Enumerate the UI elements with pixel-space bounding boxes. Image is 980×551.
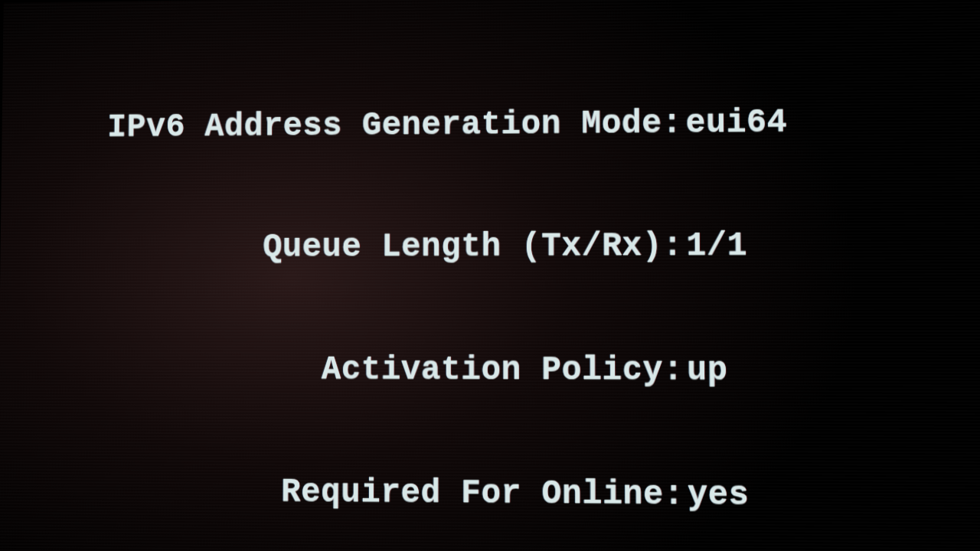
field-value: 1/1 — [686, 224, 980, 267]
field-row: IPv6 Address Generation Mode: eui64 — [39, 99, 980, 148]
colon: : — [662, 226, 686, 267]
colon: : — [664, 474, 688, 516]
terminal-output: IPv6 Address Generation Mode: eui64 Queu… — [18, 0, 980, 551]
field-label: Queue Length (Tx/Rx) — [38, 226, 662, 269]
field-value: up — [687, 350, 980, 392]
field-value: yes — [688, 474, 980, 519]
field-row: Required For Online: yes — [35, 471, 980, 519]
field-label: Required For Online — [35, 471, 664, 516]
field-row: Activation Policy: up — [37, 349, 980, 392]
field-row: Queue Length (Tx/Rx): 1/1 — [38, 224, 980, 268]
colon: : — [663, 350, 687, 391]
colon: : — [662, 103, 686, 144]
field-label: IPv6 Address Generation Mode — [39, 103, 662, 148]
field-value: eui64 — [685, 99, 980, 144]
field-label: Activation Policy — [37, 349, 664, 391]
